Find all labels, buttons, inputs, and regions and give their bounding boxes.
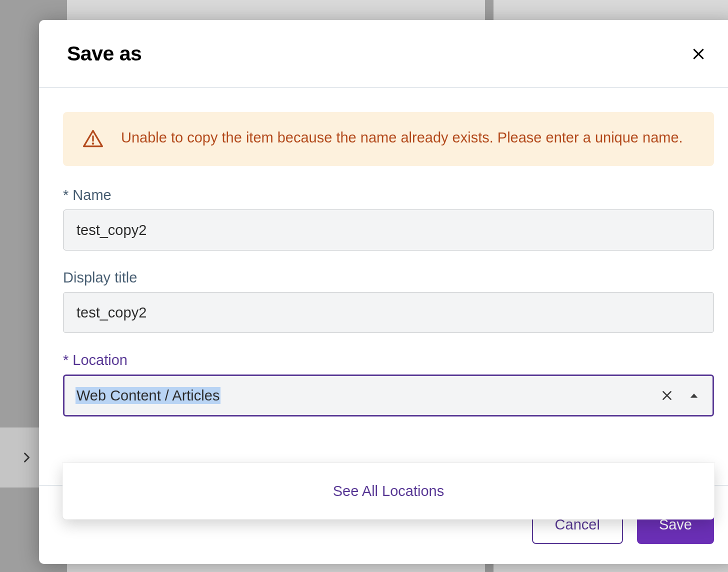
location-field: * Location Web Content / Articles	[63, 352, 714, 416]
name-label: * Name	[63, 187, 714, 204]
display-title-input[interactable]	[63, 292, 714, 333]
location-clear-button[interactable]	[656, 385, 678, 406]
display-title-field: Display title	[63, 270, 714, 333]
location-label: * Location	[63, 352, 714, 368]
warning-icon	[82, 128, 104, 152]
location-combobox[interactable]: Web Content / Articles	[63, 374, 714, 416]
name-field: * Name	[63, 187, 714, 250]
name-input[interactable]	[63, 210, 714, 250]
close-button[interactable]	[687, 42, 710, 66]
location-value: Web Content / Articles	[76, 388, 656, 404]
error-alert: Unable to copy the item because the name…	[63, 112, 714, 166]
chevron-right-icon	[20, 450, 34, 464]
display-title-label: Display title	[63, 270, 714, 286]
close-icon	[660, 389, 674, 402]
modal-header: Save as	[39, 20, 728, 88]
close-icon	[691, 46, 706, 62]
alert-message: Unable to copy the item because the name…	[121, 126, 683, 150]
location-caret-button[interactable]	[686, 390, 702, 401]
caret-up-icon	[688, 392, 700, 399]
modal-title: Save as	[67, 42, 142, 66]
location-dropdown: See All Locations	[62, 463, 714, 520]
see-all-locations-link[interactable]: See All Locations	[333, 483, 444, 500]
svg-point-1	[92, 142, 94, 144]
